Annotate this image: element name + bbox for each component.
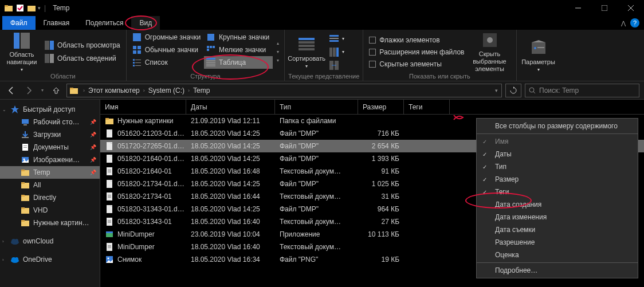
ctx-col-name[interactable]: ✓Имя (477, 135, 638, 148)
sidebar-onedrive[interactable]: › OneDrive (0, 253, 100, 266)
minimize-button[interactable] (565, 0, 591, 16)
up-button[interactable] (49, 84, 63, 97)
svg-rect-100 (106, 231, 113, 233)
svg-rect-44 (336, 48, 339, 57)
hide-selected-button[interactable]: Скрыть выбранные элементы (467, 31, 513, 73)
sidebar-item[interactable]: Нужные картин… (0, 217, 100, 229)
maximize-button[interactable] (591, 0, 618, 16)
collapse-ribbon-icon[interactable]: ⋀ (621, 20, 626, 26)
sidebar-item[interactable]: Directly (0, 191, 100, 204)
folder-icon (21, 218, 30, 227)
search-input[interactable]: Поиск: Temp (525, 84, 639, 97)
layout-small[interactable]: Мелкие значки (204, 44, 273, 56)
folder-icon (21, 206, 30, 215)
svg-rect-30 (206, 58, 215, 60)
layout-up-icon[interactable]: ▴ (275, 39, 281, 48)
details-pane-button[interactable]: Область сведений (42, 53, 123, 64)
svg-rect-13 (50, 54, 54, 63)
add-columns-button[interactable]: ▾ (327, 46, 347, 58)
breadcrumb-seg[interactable]: System (C:) (146, 87, 187, 95)
col-date[interactable]: Даты (186, 100, 275, 114)
ctx-col-perm[interactable]: Разрешение (477, 236, 638, 249)
pin-icon: 📌 (90, 144, 96, 150)
ctx-col-modified[interactable]: Дата изменения (477, 211, 638, 223)
svg-rect-91 (108, 195, 111, 195)
folder-icon (69, 86, 78, 95)
ctx-col-created[interactable]: Дата создания (477, 198, 638, 211)
refresh-button[interactable] (505, 84, 521, 97)
breadcrumb-dropdown[interactable]: ▾ (494, 88, 499, 93)
help-button[interactable]: ? (630, 18, 639, 27)
svg-rect-21 (210, 46, 212, 48)
chevron-down-icon: ▾ (537, 67, 540, 72)
preview-pane-button[interactable]: Область просмотра (42, 40, 123, 51)
layout-list[interactable]: Список (130, 56, 203, 69)
file-extensions-toggle[interactable]: Расширения имен файлов (367, 47, 466, 57)
group-by-button[interactable]: ▾ (327, 33, 347, 45)
cloud-icon (10, 237, 19, 246)
menubar: Файл Главная Поделиться Вид ⋀ ? (0, 16, 644, 30)
svg-rect-14 (133, 33, 141, 41)
forward-button[interactable] (22, 84, 36, 97)
ctx-fit-columns[interactable]: Все столбцы по размеру содержимого (477, 120, 638, 132)
svg-rect-31 (206, 60, 215, 61)
menu-home[interactable]: Главная (36, 16, 78, 30)
breadcrumb[interactable]: › Этот компьютер › System (C:) › Temp ▾ (66, 84, 502, 97)
sort-button[interactable]: Сортировать ▾ (288, 31, 325, 73)
file-icon (105, 154, 114, 163)
col-tags[interactable]: Теги (404, 100, 450, 114)
sidebar-quick-access[interactable]: ⌄ Быстрый доступ (0, 103, 100, 116)
ctx-col-taken[interactable]: Дата съемки (477, 223, 638, 236)
ctx-col-tags[interactable]: ✓Теги (477, 186, 638, 198)
sidebar-item[interactable]: Документы📌 (0, 141, 100, 154)
hidden-items-toggle[interactable]: Скрытые элементы (367, 59, 466, 69)
svg-rect-27 (135, 62, 141, 63)
close-button[interactable] (618, 0, 644, 16)
svg-rect-38 (299, 48, 315, 50)
item-checkboxes-toggle[interactable]: Флажки элементов (367, 35, 466, 45)
qa-dropdown-icon[interactable] (26, 3, 37, 13)
nav-pane-button[interactable]: Область навигации ▾ (3, 31, 40, 73)
col-type[interactable]: Тип (275, 100, 358, 114)
layout-table[interactable]: Таблица (204, 56, 273, 69)
menu-view[interactable]: Вид (131, 16, 160, 30)
layout-down-icon[interactable]: ▾ (275, 48, 281, 56)
menu-file[interactable]: Файл (2, 16, 36, 30)
ctx-col-date[interactable]: ✓Даты (477, 148, 638, 160)
ctx-col-size[interactable]: ✓Размер (477, 173, 638, 186)
svg-rect-67 (21, 182, 25, 184)
options-button[interactable]: Параметры ▾ (520, 31, 557, 80)
sidebar-item[interactable]: All (0, 179, 100, 191)
sidebar-item[interactable]: Изображени…📌 (0, 154, 100, 166)
chevron-down-icon[interactable]: ▾ (38, 5, 41, 11)
fit-columns-button[interactable] (327, 60, 347, 71)
svg-rect-15 (207, 34, 214, 41)
breadcrumb-seg[interactable]: Этот компьютер (86, 87, 142, 95)
sidebar-owncloud[interactable]: › ownCloud (0, 235, 100, 247)
back-button[interactable] (5, 84, 18, 97)
properties-icon[interactable] (15, 3, 25, 13)
svg-rect-40 (329, 38, 339, 39)
svg-rect-16 (133, 46, 136, 49)
svg-point-79 (15, 257, 18, 261)
ctx-col-type[interactable]: ✓Тип (477, 160, 638, 173)
layout-huge[interactable]: Огромные значки (130, 31, 203, 44)
breadcrumb-seg[interactable]: Temp (191, 87, 212, 95)
file-icon (105, 129, 114, 138)
ctx-more[interactable]: Подробнее… (477, 264, 638, 277)
sidebar-item[interactable]: VHD (0, 204, 100, 217)
txt-icon (105, 192, 114, 201)
col-size[interactable]: Размер (358, 100, 404, 114)
sidebar-item[interactable]: Рабочий сто…📌 (0, 116, 100, 128)
sidebar-item[interactable]: Temp📌 (0, 166, 100, 179)
history-dropdown[interactable]: ▾ (39, 84, 46, 97)
menu-share[interactable]: Поделиться (77, 16, 131, 30)
svg-rect-93 (108, 197, 111, 198)
layout-normal[interactable]: Обычные значки (130, 44, 203, 56)
ctx-col-rating[interactable]: Оценка (477, 249, 638, 261)
search-icon (529, 87, 536, 94)
col-name[interactable]: Имя (100, 100, 186, 114)
sidebar-item[interactable]: Загрузки📌 (0, 128, 100, 141)
layout-more-icon[interactable]: ▾ (275, 56, 281, 65)
layout-large[interactable]: Крупные значки (204, 31, 273, 44)
